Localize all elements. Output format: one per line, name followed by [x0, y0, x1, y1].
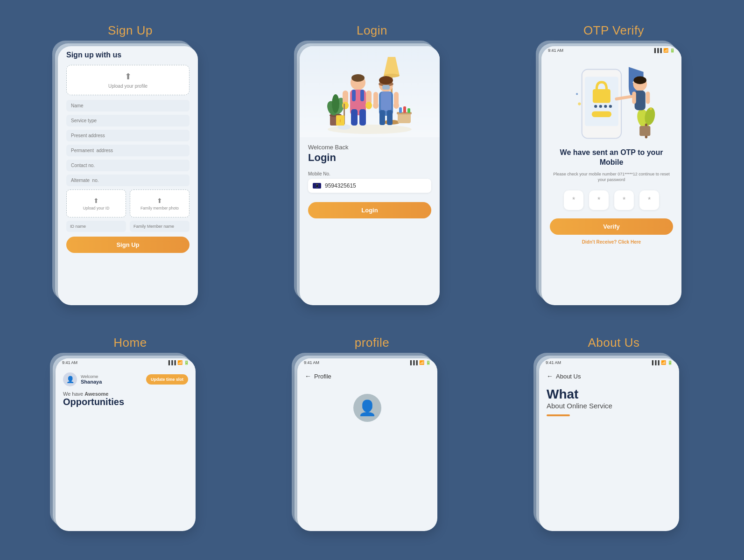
- about-big-title: What: [547, 387, 672, 402]
- profile-content: ← Profile 👤: [297, 367, 437, 427]
- about-wifi-icon: 📶: [661, 360, 666, 365]
- about-title: About Us: [588, 336, 640, 350]
- svg-text:!: !: [340, 119, 341, 123]
- svg-point-45: [594, 105, 597, 108]
- verify-button[interactable]: Verify: [550, 218, 673, 235]
- upload-profile-icon: ⬆: [125, 71, 132, 82]
- about-back-icon[interactable]: ←: [547, 372, 553, 380]
- signal-icon: ▐▐▐: [653, 48, 662, 53]
- profile-back-label: Profile: [314, 373, 331, 380]
- home-title: Home: [113, 336, 147, 350]
- otp-box-3[interactable]: *: [614, 190, 634, 210]
- family-photo-icon: ⬆: [157, 197, 162, 204]
- svg-rect-16: [359, 109, 366, 126]
- otp-box-2[interactable]: *: [589, 190, 609, 210]
- name-input[interactable]: [66, 100, 190, 112]
- login-button[interactable]: Login: [308, 202, 431, 218]
- profile-time: 9:41 AM: [304, 360, 319, 365]
- login-section: Login: [251, 14, 493, 326]
- otp-box-1[interactable]: *: [564, 190, 583, 210]
- svg-rect-55: [635, 91, 646, 110]
- profile-wifi-icon: 📶: [419, 360, 424, 365]
- about-back-row: ← About Us: [547, 372, 672, 380]
- resend-link[interactable]: Click Here: [618, 239, 641, 245]
- profile-avatar-container: 👤: [305, 394, 430, 422]
- svg-rect-41: [407, 108, 410, 113]
- welcome-label: Welcome: [81, 374, 102, 379]
- alternate-input[interactable]: [66, 175, 190, 186]
- home-section: Home 9:41 AM ▐▐▐ 📶 🔋 👤 Welcome: [9, 326, 251, 554]
- home-wifi-icon: 📶: [177, 360, 182, 365]
- profile-battery-icon: 🔋: [426, 360, 431, 365]
- home-header: 👤 Welcome Shanaya Update time slot: [63, 372, 188, 386]
- svg-rect-32: [387, 110, 393, 125]
- login-illustration: !: [300, 46, 440, 137]
- update-time-slot-button[interactable]: Update time slot: [146, 374, 188, 385]
- permanent-address-input[interactable]: [66, 145, 190, 156]
- user-info: 👤 Welcome Shanaya: [63, 372, 102, 386]
- flag-icon: 📱: [313, 183, 321, 189]
- user-name: Shanaya: [81, 379, 102, 385]
- upload-profile-box[interactable]: ⬆ Upload your profile: [66, 65, 190, 95]
- about-signal-icon: ▐▐▐: [651, 360, 660, 365]
- profile-section: profile 9:41 AM ▐▐▐ 📶 🔋 ← Profile 👤: [251, 326, 493, 554]
- back-arrow-icon[interactable]: ←: [305, 372, 311, 380]
- login-screen-heading: Login: [308, 152, 431, 164]
- mobile-input-row: 📱 9594325615: [308, 179, 431, 193]
- otp-heading: We have sent an OTP to your Mobile: [550, 148, 673, 168]
- otp-title: OTP Verify: [583, 23, 644, 38]
- family-photo-label: Family member photo: [140, 206, 179, 210]
- home-status-bar: 9:41 AM ▐▐▐ 📶 🔋: [56, 358, 196, 367]
- svg-rect-30: [381, 91, 391, 111]
- svg-point-61: [576, 93, 578, 95]
- svg-point-46: [599, 105, 602, 108]
- svg-rect-31: [379, 110, 385, 125]
- otp-input-row: * * * *: [550, 190, 673, 210]
- about-subtitle: About Online Service: [547, 402, 672, 410]
- svg-point-58: [634, 76, 646, 84]
- profile-avatar: 👤: [353, 394, 381, 422]
- signup-content: Sign up with us ⬆ Upload your profile ⬆ …: [58, 46, 198, 305]
- home-signal-icon: ▐▐▐: [167, 360, 176, 365]
- profile-title: profile: [355, 336, 389, 350]
- svg-point-35: [373, 102, 379, 109]
- signup-section: Sign Up Sign up with us ⬆ Upload your pr…: [9, 14, 251, 326]
- opp-bold: Awesome: [84, 391, 108, 397]
- service-type-input[interactable]: [66, 115, 190, 126]
- cleaning-illustration-svg: !: [323, 48, 416, 136]
- login-title: Login: [357, 23, 387, 38]
- opp-subtext: We have Awesome: [63, 391, 188, 397]
- upload-id-box[interactable]: ⬆ Upload your ID: [66, 189, 126, 217]
- signup-button[interactable]: Sign Up: [66, 237, 190, 253]
- svg-rect-14: [360, 90, 364, 101]
- otp-box-4[interactable]: *: [639, 190, 659, 210]
- otp-time: 9:41 AM: [548, 48, 563, 53]
- resend-prefix: Didn't Receive?: [582, 239, 617, 245]
- otp-phone-screen: 9:41 AM ▐▐▐ 📶 🔋: [541, 46, 681, 305]
- about-time: 9:41 AM: [546, 360, 561, 365]
- svg-point-62: [650, 107, 652, 110]
- profile-status-icons: ▐▐▐ 📶 🔋: [409, 360, 431, 365]
- upload-id-label: Upload your ID: [83, 206, 110, 210]
- otp-illustration: [541, 55, 681, 143]
- profile-status-bar: 9:41 AM ▐▐▐ 📶 🔋: [297, 358, 437, 367]
- contact-input[interactable]: [66, 160, 190, 171]
- upload-id-icon: ⬆: [93, 197, 99, 204]
- login-phone-stack: !: [300, 46, 444, 312]
- id-name-input[interactable]: [66, 221, 126, 232]
- family-member-name-input[interactable]: [130, 221, 190, 232]
- about-battery-icon: 🔋: [667, 360, 673, 365]
- svg-rect-40: [403, 106, 406, 113]
- login-content: Welcome Back Login Mobile No. 📱 95943256…: [300, 137, 440, 225]
- present-address-input[interactable]: [66, 130, 190, 141]
- svg-rect-39: [399, 107, 402, 113]
- signup-phone-stack: Sign up with us ⬆ Upload your profile ⬆ …: [58, 46, 203, 312]
- about-status-icons: ▐▐▐ 📶 🔋: [651, 360, 673, 365]
- svg-rect-49: [592, 111, 611, 117]
- otp-resend-text: Didn't Receive? Click Here: [550, 239, 673, 245]
- about-content: ← About Us What About Online Service: [539, 367, 679, 422]
- home-phone-stack: 9:41 AM ▐▐▐ 📶 🔋 👤 Welcome Shanaya: [56, 358, 205, 540]
- profile-phone-stack: 9:41 AM ▐▐▐ 📶 🔋 ← Profile 👤: [297, 358, 447, 540]
- family-photo-box[interactable]: ⬆ Family member photo: [130, 189, 190, 217]
- svg-rect-44: [593, 89, 611, 103]
